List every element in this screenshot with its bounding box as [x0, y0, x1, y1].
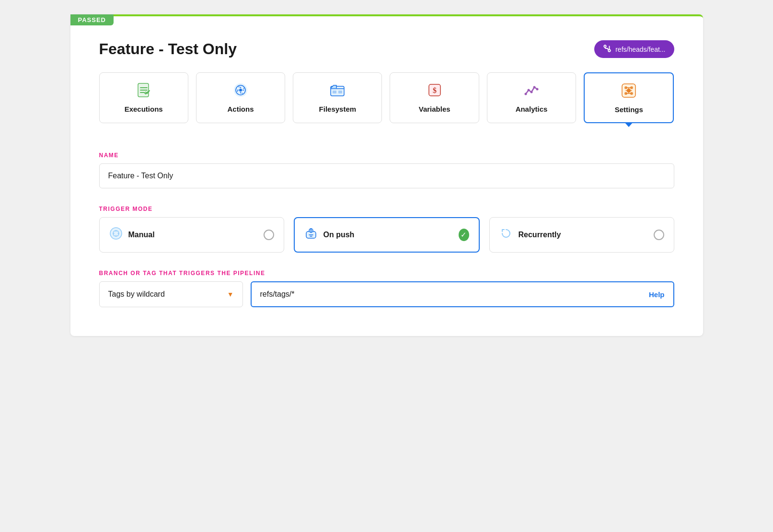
page-title: Feature - Test Only [99, 40, 237, 58]
branch-label: refs/heads/feat... [615, 46, 665, 53]
tab-analytics[interactable]: Analytics [487, 72, 576, 123]
recurrently-radio[interactable] [654, 230, 664, 240]
trigger-recurrently-left: Recurrently [499, 227, 561, 243]
name-label: NAME [99, 152, 674, 159]
executions-icon [135, 81, 152, 101]
trigger-recurrently-label: Recurrently [519, 231, 561, 239]
svg-point-15 [533, 86, 535, 89]
name-input[interactable] [99, 163, 674, 188]
svg-point-24 [110, 228, 122, 239]
svg-point-23 [627, 89, 631, 93]
branch-section-label: BRANCH OR TAG THAT TRIGGERS THE PIPELINE [99, 270, 674, 277]
branch-icon [603, 44, 611, 54]
card-header: Feature - Test Only refs/heads/feat... [70, 16, 703, 72]
svg-point-5 [239, 89, 242, 92]
tab-variables-label: Variables [419, 105, 450, 113]
svg-point-14 [530, 91, 532, 93]
tag-pattern-input[interactable] [260, 290, 649, 299]
recurrently-icon [499, 227, 513, 243]
dropdown-selected-label: Tags by wildcard [108, 290, 165, 299]
trigger-on-push-left: On push [304, 227, 355, 243]
trigger-on-push[interactable]: On push ✓ [294, 217, 480, 253]
svg-point-16 [536, 88, 538, 91]
svg-point-13 [527, 89, 530, 92]
actions-icon [232, 81, 249, 101]
branch-type-dropdown[interactable]: Tags by wildcard ▼ [99, 281, 243, 307]
tab-settings[interactable]: Settings [584, 72, 674, 123]
tab-filesystem-label: Filesystem [319, 105, 357, 113]
trigger-manual-left: Manual [109, 227, 155, 243]
svg-text:$: $ [433, 86, 437, 94]
main-card: PASSED Feature - Test Only refs/heads/fe… [70, 14, 703, 336]
trigger-recurrently[interactable]: Recurrently [489, 217, 674, 253]
on-push-icon [304, 227, 318, 243]
tab-actions-label: Actions [227, 105, 254, 113]
manual-radio[interactable] [264, 230, 274, 240]
status-badge: PASSED [70, 14, 114, 25]
branch-badge[interactable]: refs/heads/feat... [594, 40, 674, 58]
trigger-on-push-label: On push [323, 231, 355, 239]
tab-actions[interactable]: Actions [196, 72, 285, 123]
trigger-manual[interactable]: Manual [99, 217, 284, 253]
tab-executions-label: Executions [125, 105, 163, 113]
tab-executions[interactable]: Executions [99, 72, 188, 123]
tab-variables[interactable]: $ Variables [390, 72, 479, 123]
help-link[interactable]: Help [649, 290, 665, 299]
svg-rect-8 [338, 91, 342, 93]
tab-analytics-label: Analytics [516, 105, 548, 113]
branch-section: BRANCH OR TAG THAT TRIGGERS THE PIPELINE… [70, 270, 703, 307]
trigger-label: TRIGGER MODE [99, 206, 674, 212]
analytics-icon [523, 81, 540, 101]
green-checkmark: ✓ [459, 229, 469, 241]
svg-rect-7 [333, 91, 336, 93]
on-push-radio[interactable]: ✓ [459, 230, 469, 240]
trigger-manual-label: Manual [128, 231, 155, 239]
trigger-mode-row: Manual [99, 217, 674, 253]
trigger-section: TRIGGER MODE Manual [70, 206, 703, 253]
settings-icon [620, 82, 637, 102]
tab-settings-label: Settings [615, 105, 643, 114]
manual-icon [109, 227, 123, 243]
tag-input-wrapper: Help [251, 281, 674, 307]
name-section: NAME [70, 152, 703, 188]
tab-filesystem[interactable]: Filesystem [293, 72, 382, 123]
svg-point-12 [524, 93, 527, 95]
tabs-row: Executions Actions [70, 72, 703, 138]
variables-icon: $ [426, 81, 443, 101]
branch-trigger-row: Tags by wildcard ▼ Help [99, 281, 674, 307]
dropdown-arrow-icon: ▼ [227, 290, 234, 298]
filesystem-icon [329, 81, 346, 101]
